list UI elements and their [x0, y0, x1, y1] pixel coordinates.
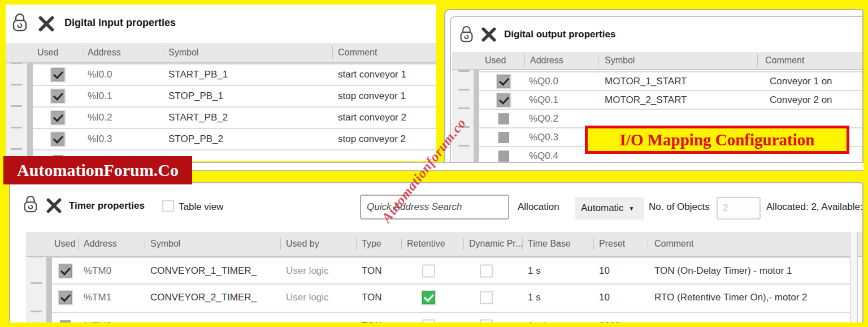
used-checkbox[interactable] [51, 133, 64, 146]
used-checkbox[interactable] [497, 93, 510, 106]
column-divider [163, 46, 163, 59]
column-divider [463, 238, 464, 250]
table-row: %I0.1 STOP_PB_1 stop conveyor 1 [33, 85, 436, 106]
table-view-label: Table view [179, 201, 223, 213]
col-header-address[interactable]: Address [88, 48, 121, 58]
close-icon[interactable] [38, 16, 54, 34]
frame-border-top [0, 0, 868, 5]
retentive-checkbox[interactable] [422, 264, 435, 277]
used-checkbox[interactable] [59, 264, 72, 277]
comment-cell: stop conveyor 2 [338, 134, 406, 145]
col-header-dynamic[interactable]: Dynamic Pr... [469, 239, 523, 249]
column-divider [593, 238, 594, 250]
type-cell: TON [362, 265, 382, 277]
lock-icon[interactable] [11, 12, 28, 35]
preset-cell: 10 [599, 292, 610, 303]
used-checkbox[interactable] [497, 75, 510, 88]
col-header-symbol[interactable]: Symbol [168, 48, 198, 58]
time-base-cell: 1 s [528, 265, 541, 277]
comment-cell: start conveyor 1 [338, 69, 406, 80]
col-header-retentive[interactable]: Retentive [407, 239, 445, 249]
address-cell: %Q0.4 [529, 150, 558, 162]
address-cell: %Q0.0 [529, 76, 558, 87]
column-divider [332, 46, 333, 59]
gutter-dash [11, 105, 22, 107]
symbol-cell: STOP_PB_2 [168, 134, 223, 145]
address-cell: %Q0.1 [529, 94, 558, 106]
column-divider [648, 238, 648, 250]
col-header-symbol[interactable]: Symbol [150, 239, 180, 249]
column-divider [78, 238, 79, 250]
time-base-cell: 1 s [528, 292, 541, 303]
lock-icon[interactable] [459, 25, 474, 46]
table-view-checkbox[interactable] [162, 200, 174, 212]
address-cell: %TM1 [84, 292, 111, 303]
digital-input-window: Digital input properties Used Address Sy… [6, 5, 436, 161]
lock-icon[interactable] [23, 195, 38, 216]
address-cell: %Q0.2 [529, 113, 558, 124]
allocated-status: Allocated: 2, Available: 2 [766, 201, 863, 213]
table-row: %I0.0 START_PB_1 start conveyor 1 [33, 63, 436, 85]
col-header-comment[interactable]: Comment [765, 55, 804, 66]
site-banner: AutomationForum.Co [3, 156, 192, 184]
close-icon[interactable] [46, 198, 62, 216]
table-header: Used Address Symbol Comment [452, 52, 862, 70]
panel-title: Digital output properties [504, 29, 615, 40]
gutter-dash [11, 127, 22, 128]
used-checkbox[interactable] [59, 291, 72, 304]
close-icon[interactable] [481, 27, 496, 44]
col-header-comment[interactable]: Comment [654, 239, 693, 249]
used-by-cell: User logic [286, 292, 329, 303]
symbol-cell: MOTOR_2_START [605, 94, 687, 106]
used-checkbox[interactable] [498, 132, 509, 143]
column-divider [757, 54, 758, 67]
allocation-dropdown[interactable]: Automatic ▼ [575, 197, 644, 220]
column-divider [280, 238, 281, 250]
column-divider [84, 46, 84, 59]
retentive-checkbox[interactable] [422, 291, 435, 304]
table-row: %Q0.2 [479, 109, 862, 127]
gutter-dash [31, 282, 42, 284]
address-cell: %I0.1 [88, 91, 112, 102]
gutter-dash [458, 70, 470, 72]
gutter-dash [31, 311, 42, 312]
gutter-dash [458, 89, 470, 91]
frame-border-right [863, 0, 868, 327]
timer-window: Timer properties Table view Allocation A… [9, 182, 863, 327]
used-checkbox[interactable] [51, 68, 64, 81]
table-row: %Q0.0 MOTOR_1_START Conveyor 1 on [479, 71, 862, 90]
gutter-dash [11, 84, 22, 85]
address-cell: %TM0 [84, 265, 111, 277]
table-row: %TM1 CONVEYOR_2_TIMER_ User logic TON 1 … [52, 283, 858, 310]
col-header-preset[interactable]: Preset [599, 239, 625, 249]
table-row: %I0.2 START_PB_2 start conveyor 2 [33, 106, 436, 128]
gutter-dash [11, 148, 22, 150]
used-checkbox[interactable] [51, 111, 64, 124]
column-divider [524, 54, 525, 67]
address-cell: %I0.3 [88, 134, 112, 145]
used-checkbox[interactable] [498, 113, 509, 124]
column-divider [145, 238, 145, 250]
col-header-used[interactable]: Used [485, 55, 506, 66]
vertical-scrollbar[interactable] [850, 232, 858, 327]
col-header-used[interactable]: Used [37, 48, 58, 58]
address-cell: %I0.0 [88, 69, 112, 80]
symbol-cell: CONVEYOR_1_TIMER_ [150, 265, 257, 277]
col-header-address[interactable]: Address [84, 239, 117, 249]
address-cell: %Q0.3 [529, 132, 558, 143]
col-header-symbol[interactable]: Symbol [605, 55, 635, 66]
used-checkbox[interactable] [51, 90, 64, 103]
used-checkbox[interactable] [498, 150, 509, 161]
dynamic-checkbox[interactable] [480, 291, 493, 304]
symbol-cell: START_PB_1 [168, 69, 228, 80]
col-header-address[interactable]: Address [530, 55, 563, 66]
frame-border-bottom [0, 322, 868, 327]
dynamic-checkbox[interactable] [480, 264, 493, 277]
col-header-used-by[interactable]: Used by [286, 239, 319, 249]
column-divider [522, 238, 523, 250]
col-header-time-base[interactable]: Time Base [528, 239, 571, 249]
type-cell: TON [362, 292, 382, 303]
panel-title: Timer properties [69, 200, 145, 212]
col-header-used[interactable]: Used [54, 239, 75, 249]
col-header-comment[interactable]: Comment [338, 48, 377, 58]
